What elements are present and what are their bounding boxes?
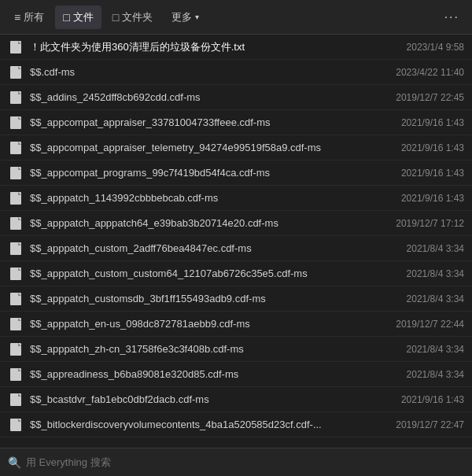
file-type-icon — [8, 417, 24, 433]
file-row[interactable]: $$_apppatch_custom_2adff76bea4847ec.cdf-… — [0, 236, 472, 261]
file-row[interactable]: $$_addins_2452dff8cb692cdd.cdf-ms2019/12… — [0, 85, 472, 110]
search-input[interactable] — [26, 456, 464, 468]
file-type-icon — [8, 65, 24, 80]
file-name: $$_bitlockerdiscoveryvolumecontents_4ba1… — [30, 419, 371, 430]
file-row[interactable]: $$_apppatch_zh-cn_31758f6e3c3f408b.cdf-m… — [0, 337, 472, 362]
nav-all-label: 所有 — [24, 10, 44, 24]
file-row[interactable]: $$_apppatch_custom_custom64_12107ab6726c… — [0, 261, 472, 286]
file-row[interactable]: $$_apppatch_customsdb_3bf1ff155493adb9.c… — [0, 286, 472, 312]
file-row[interactable]: $$_appcompat_appraiser_33781004733ffeee.… — [0, 110, 472, 135]
file-name: $$_apppatch_1143992cbbbebcab.cdf-ms — [30, 192, 371, 204]
file-date: 2021/9/16 1:43 — [378, 117, 464, 128]
file-list: ！此文件夹为使用360清理后的垃圾备份文件.txt2023/1/4 9:58$$… — [0, 35, 472, 448]
file-name: $$_appcompat_appraiser_33781004733ffeee.… — [30, 116, 371, 128]
file-row[interactable]: $$_appcompat_programs_99c7f419bd54f4ca.c… — [0, 161, 472, 186]
file-date: 2021/9/16 1:43 — [378, 168, 464, 179]
file-row[interactable]: $$_bitlockerdiscoveryvolumecontents_4ba1… — [0, 412, 472, 437]
file-row[interactable]: $$.cdf-ms2023/4/22 11:40 — [0, 60, 472, 85]
file-date: 2021/8/4 3:34 — [378, 268, 464, 279]
file-type-icon — [8, 140, 24, 156]
file-name: $$_apppatch_custom_2adff76bea4847ec.cdf-… — [30, 242, 371, 254]
file-date: 2023/4/22 11:40 — [378, 67, 464, 78]
file-name: $$_apppatch_en-us_098dc872781aebb9.cdf-m… — [30, 318, 371, 330]
file-row[interactable]: $$_apppatch_en-us_098dc872781aebb9.cdf-m… — [0, 312, 472, 337]
nav-files[interactable]: □ 文件 — [55, 6, 101, 29]
file-type-icon — [8, 316, 24, 332]
nav-options-dots[interactable]: ··· — [438, 6, 466, 29]
file-row[interactable]: $$_apppatch_1143992cbbbebcab.cdf-ms2021/… — [0, 186, 472, 211]
file-date: 2019/12/7 22:47 — [378, 419, 464, 430]
file-type-icon — [8, 367, 24, 382]
file-type-icon — [8, 266, 24, 282]
file-type-icon — [8, 341, 24, 357]
file-date: 2021/9/16 1:43 — [378, 193, 464, 204]
file-type-icon — [8, 241, 24, 256]
file-date: 2021/9/16 1:43 — [378, 142, 464, 153]
file-date: 2023/1/4 9:58 — [378, 42, 464, 53]
file-type-icon — [8, 291, 24, 307]
file-name: $$_apppatch_custom_custom64_12107ab6726c… — [30, 268, 371, 279]
file-type-icon — [8, 39, 24, 55]
file-row[interactable]: $$_appcompat_appraiser_telemetry_94274e9… — [0, 135, 472, 161]
file-name: $$_appreadiness_b6ba89081e320d85.cdf-ms — [30, 368, 371, 380]
file-name: $$_addins_2452dff8cb692cdd.cdf-ms — [30, 91, 371, 103]
search-bar: 🔍 — [0, 448, 472, 476]
nav-more[interactable]: 更多 ▾ — [164, 6, 207, 29]
chevron-down-icon: ▾ — [195, 13, 199, 21]
file-type-icon — [8, 90, 24, 105]
search-icon: 🔍 — [8, 456, 21, 469]
file-date: 2019/12/7 22:45 — [378, 92, 464, 103]
folder-icon-nav: □ — [112, 11, 119, 24]
file-icon-nav: □ — [63, 11, 69, 24]
file-date: 2019/12/7 17:12 — [378, 218, 464, 229]
file-date: 2021/9/16 1:43 — [378, 394, 464, 405]
file-date: 2021/8/4 3:34 — [378, 344, 464, 355]
file-type-icon — [8, 115, 24, 131]
file-date: 2021/8/4 3:34 — [378, 243, 464, 254]
file-name: $$_apppatch_apppatch64_e39bab3b20714e20.… — [30, 217, 371, 229]
file-name: $$_appcompat_programs_99c7f419bd54f4ca.c… — [30, 167, 371, 179]
nav-more-label: 更多 — [171, 10, 192, 24]
file-type-icon — [8, 165, 24, 181]
file-name: $$_appcompat_appraiser_telemetry_94274e9… — [30, 142, 371, 153]
file-name: $$_apppatch_zh-cn_31758f6e3c3f408b.cdf-m… — [30, 343, 371, 355]
file-type-icon — [8, 216, 24, 231]
file-row[interactable]: ！此文件夹为使用360清理后的垃圾备份文件.txt2023/1/4 9:58 — [0, 35, 472, 60]
file-date: 2019/12/7 22:44 — [378, 319, 464, 330]
file-date: 2021/8/4 3:34 — [378, 293, 464, 304]
file-name: $$.cdf-ms — [30, 66, 371, 78]
file-row[interactable]: $$_bcastdvr_fab1ebc0dbf2dacb.cdf-ms2021/… — [0, 387, 472, 412]
file-row[interactable]: $$_appreadiness_b6ba89081e320d85.cdf-ms2… — [0, 362, 472, 387]
nav-all[interactable]: ≡ 所有 — [6, 6, 52, 29]
file-name: ！此文件夹为使用360清理后的垃圾备份文件.txt — [30, 40, 371, 54]
top-nav: ≡ 所有 □ 文件 □ 文件夹 更多 ▾ ··· — [0, 0, 472, 35]
file-row[interactable]: $$_apppatch_apppatch64_e39bab3b20714e20.… — [0, 211, 472, 236]
nav-folders[interactable]: □ 文件夹 — [105, 6, 160, 29]
list-icon: ≡ — [14, 11, 20, 24]
nav-folders-label: 文件夹 — [122, 10, 153, 24]
nav-files-label: 文件 — [73, 10, 94, 24]
file-name: $$_bcastdvr_fab1ebc0dbf2dacb.cdf-ms — [30, 393, 371, 405]
file-date: 2021/8/4 3:34 — [378, 369, 464, 380]
file-type-icon — [8, 190, 24, 206]
file-type-icon — [8, 392, 24, 408]
file-name: $$_apppatch_customsdb_3bf1ff155493adb9.c… — [30, 293, 371, 304]
